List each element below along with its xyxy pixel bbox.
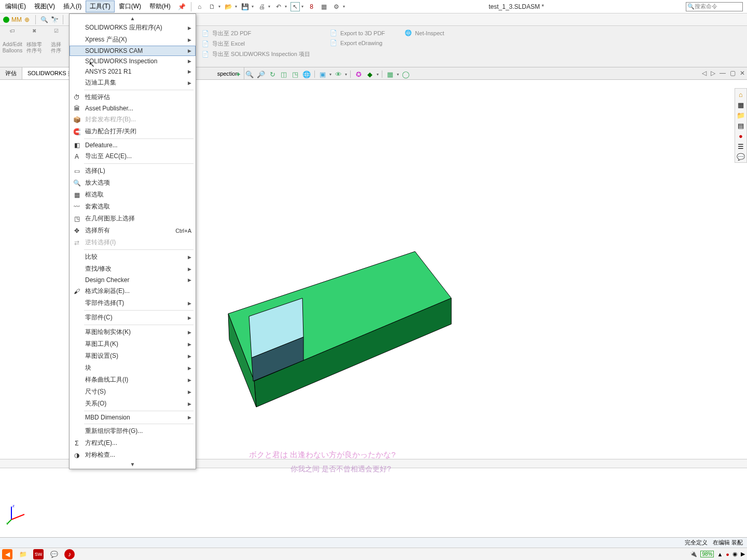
menu-item[interactable]: ◑对称检查... (70, 449, 196, 461)
render-icon[interactable]: ◆ (365, 69, 375, 79)
rebuild-icon[interactable]: 8 (307, 2, 316, 11)
zoom-fit-icon[interactable]: 🔍 (245, 69, 254, 79)
export-2d-pdf[interactable]: 📄导出至 2D PDF (200, 29, 312, 38)
pin-icon[interactable]: 📌 (175, 3, 189, 10)
measure-icon[interactable]: MM (12, 16, 21, 24)
menu-edit[interactable]: 编辑(E) (1, 1, 30, 12)
menu-item[interactable]: 零部件选择(T)▶ (70, 297, 196, 309)
zoom-area-icon[interactable]: 🔎 (256, 69, 266, 79)
menu-item[interactable]: Xpress 产品(X)▶ (70, 34, 196, 46)
menu-item[interactable]: 零部件(C)▶ (70, 312, 196, 324)
menu-item[interactable]: 🧲磁力配合打开/关闭 (70, 125, 196, 137)
prev-icon[interactable]: ◁ (702, 69, 707, 77)
menu-item[interactable]: ▭选择(L) (70, 165, 196, 177)
menu-help[interactable]: 帮助(H) (145, 1, 175, 12)
close-icon[interactable]: ✕ (740, 69, 745, 77)
menu-item[interactable]: A导出至 AEC(E)... (70, 150, 196, 162)
view-orientation-icon[interactable]: ▣ (318, 69, 327, 79)
menu-item[interactable]: 块▶ (70, 362, 196, 374)
taskbar-solidworks-icon[interactable]: SW (33, 549, 44, 559)
triad-icon[interactable]: ✦ (233, 69, 243, 79)
zoom-icon[interactable]: 🔍 (40, 16, 48, 24)
tray-rec-icon[interactable]: ● (726, 551, 729, 557)
display-style-icon[interactable]: ◳ (290, 69, 300, 79)
custom-props-icon[interactable]: ☰ (736, 142, 745, 151)
camera-icon[interactable]: ◯ (401, 69, 410, 79)
menu-item[interactable]: 尺寸(S)▶ (70, 386, 196, 398)
resources-icon[interactable]: ▦ (736, 100, 745, 109)
menu-item[interactable]: Design Checker▶ (70, 275, 196, 285)
menu-item[interactable]: SOLIDWORKS CAM▶ (70, 46, 196, 56)
appearances-icon[interactable]: ● (736, 131, 745, 141)
menu-item[interactable]: SOLIDWORKS Inspection▶ (70, 56, 196, 66)
settings-icon[interactable]: ⚙ (332, 2, 341, 11)
menu-insert[interactable]: 插入(I) (59, 1, 86, 12)
menu-item[interactable]: 样条曲线工具(I)▶ (70, 374, 196, 386)
menu-item[interactable]: ANSYS 2021 R1▶ (70, 66, 196, 77)
options-icon[interactable]: ▦ (320, 2, 329, 11)
export-edrawing[interactable]: 📄Export eDrawing (328, 39, 387, 47)
menu-item[interactable]: ▦框选取 (70, 189, 196, 201)
export-inspection-project[interactable]: 📄导出至 SOLIDWORKS Inspection 项目 (200, 50, 312, 59)
menu-item[interactable]: 草图绘制实体(K)▶ (70, 326, 196, 338)
net-inspect[interactable]: 🌐Net-Inspect (403, 29, 446, 37)
menu-tools[interactable]: 工具(T) (86, 1, 114, 12)
menu-scroll-up[interactable]: ▲ (70, 15, 196, 22)
menu-window[interactable]: 窗口(W) (115, 1, 145, 12)
tray-flag-icon[interactable]: ▶ (741, 551, 745, 557)
home-icon[interactable]: ⌂ (195, 2, 204, 11)
taskbar-explorer-icon[interactable]: 📁 (18, 549, 28, 559)
rotate-icon[interactable]: ↻ (268, 69, 277, 79)
search-box[interactable]: 🔍 搜索命令 (686, 2, 743, 11)
add-edit-balloons-button[interactable]: 🏷 Add/EditBalloons (2, 28, 23, 54)
battery-indicator[interactable]: 98% (700, 551, 714, 557)
menu-item[interactable]: ◧Defeature... (70, 140, 196, 150)
scene-icon[interactable]: 🌐 (302, 69, 311, 79)
tray-plug-icon[interactable]: 🔌 (690, 551, 697, 557)
open-icon[interactable]: 📂 (224, 2, 233, 11)
menu-view[interactable]: 视图(V) (30, 1, 59, 12)
maximize-icon[interactable]: ▢ (730, 69, 736, 77)
tab-evaluate[interactable]: 评估 (0, 67, 22, 79)
menu-item[interactable]: 查找/修改▶ (70, 263, 196, 275)
menu-item[interactable]: 关系(O)▶ (70, 398, 196, 410)
remove-part-number-button[interactable]: ✖ 移除零件序号 (24, 28, 45, 54)
menu-item[interactable]: 比较▶ (70, 251, 196, 263)
binoculars-icon[interactable]: 🔭 (50, 16, 59, 24)
viewport-layout-icon[interactable]: ▦ (385, 69, 395, 79)
select-part-number-button[interactable]: ☑ 选择件序 (46, 28, 66, 54)
export-excel[interactable]: 📄导出至 Excel (200, 39, 312, 48)
section-icon[interactable]: ◫ (279, 69, 288, 79)
taskbar-music-icon[interactable]: ♪ (64, 549, 75, 559)
undo-icon[interactable]: ↶ (274, 2, 283, 11)
menu-item[interactable]: 🔍放大选项 (70, 177, 196, 189)
next-icon[interactable]: ▷ (711, 69, 715, 77)
menu-item[interactable]: 🏛Asset Publisher... (70, 103, 196, 114)
menu-item[interactable]: 重新组织零部件(G)... (70, 425, 196, 437)
view-palette-icon[interactable]: ▤ (736, 121, 745, 130)
file-explorer-icon[interactable]: 📁 (736, 110, 745, 120)
menu-item[interactable]: ⏱性能评估 (70, 91, 196, 103)
menu-item[interactable]: Σ方程式(E)... (70, 437, 196, 449)
export-3d-pdf[interactable]: 📄Export to 3D PDF (328, 29, 387, 37)
save-icon[interactable]: 💾 (241, 2, 250, 11)
menu-item[interactable]: ✥选择所有Ctrl+A (70, 225, 196, 236)
appearance-icon[interactable]: ✪ (354, 69, 363, 79)
tray-up-icon[interactable]: ▲ (717, 551, 723, 557)
print-icon[interactable]: 🖨 (257, 2, 267, 11)
taskbar-wechat-icon[interactable]: 💬 (49, 549, 59, 559)
menu-item[interactable]: SOLIDWORKS 应用程序(A)▶ (70, 22, 196, 34)
menu-item[interactable]: ◳在几何图形上选择 (70, 213, 196, 225)
tray-stop-icon[interactable]: ◉ (732, 551, 738, 557)
home-pane-icon[interactable]: ⌂ (736, 90, 745, 99)
forum-icon[interactable]: 💬 (736, 152, 745, 161)
menu-item[interactable]: 草图工具(K)▶ (70, 338, 196, 350)
menu-item[interactable]: 迈迪工具集▶ (70, 77, 196, 89)
grid-icon[interactable]: ⊕ (23, 16, 31, 24)
new-icon[interactable]: 🗋 (208, 2, 217, 11)
menu-item[interactable]: MBD Dimension▶ (70, 412, 196, 423)
menu-scroll-down[interactable]: ▼ (70, 461, 196, 468)
menu-item[interactable]: 🖌格式涂刷器(E)... (70, 285, 196, 297)
select-icon[interactable]: ↖ (290, 2, 300, 11)
minimize-icon[interactable]: — (720, 69, 726, 77)
